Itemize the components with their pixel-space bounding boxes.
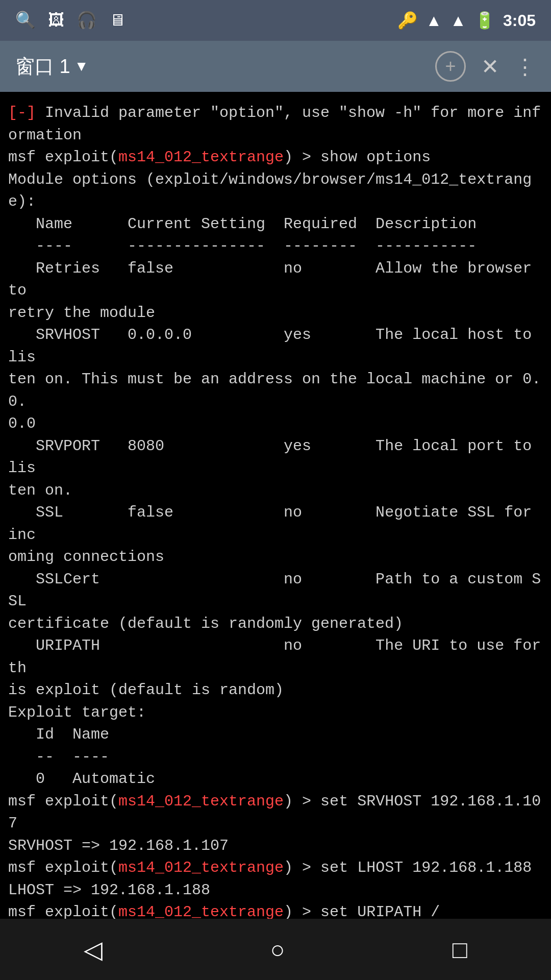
more-options-button[interactable]: ⋮	[514, 54, 536, 79]
signal-icon: ▲	[450, 11, 466, 30]
status-left-icons: 🔍 🖼 🎧 🖥	[15, 10, 126, 31]
back-button[interactable]: ◁	[84, 935, 103, 964]
status-right-icons: 🔑 ▲ ▲ 🔋 3:05	[397, 11, 536, 30]
nav-bar: ◁ ○ □	[0, 919, 551, 980]
search-icon: 🔍	[15, 10, 36, 31]
headset-icon: 🎧	[77, 10, 97, 31]
terminal[interactable]: [-] Invalid parameter "option", use "sho…	[0, 92, 551, 919]
window-title[interactable]: 窗口 1 ▼	[15, 54, 435, 80]
clock: 3:05	[503, 11, 536, 30]
window-title-text: 窗口 1	[15, 54, 70, 80]
status-bar: 🔍 🖼 🎧 🖥 🔑 ▲ ▲ 🔋 3:05	[0, 0, 551, 41]
terminal-icon: 🖥	[109, 11, 126, 31]
image-icon: 🖼	[48, 11, 64, 31]
key-icon: 🔑	[397, 11, 418, 30]
add-window-button[interactable]: +	[435, 51, 466, 82]
home-button[interactable]: ○	[270, 936, 285, 964]
terminal-output: [-] Invalid parameter "option", use "sho…	[8, 102, 543, 919]
wifi-icon: ▲	[426, 11, 442, 30]
toolbar: 窗口 1 ▼ + ✕ ⋮	[0, 41, 551, 92]
recent-button[interactable]: □	[453, 936, 467, 964]
close-button[interactable]: ✕	[481, 54, 499, 79]
toolbar-actions: + ✕ ⋮	[435, 51, 536, 82]
dropdown-icon: ▼	[74, 58, 89, 75]
battery-icon: 🔋	[474, 11, 495, 30]
